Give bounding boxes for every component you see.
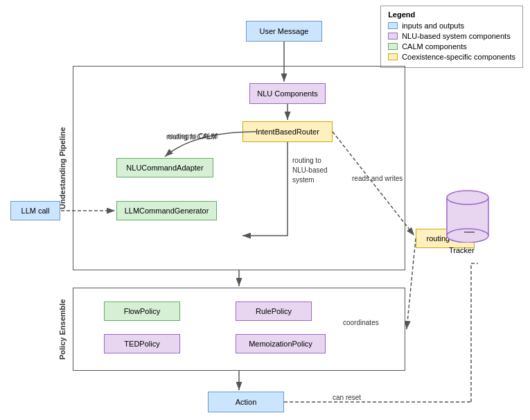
- action-node: Action: [208, 392, 284, 412]
- tracker-label: Tracker: [449, 246, 475, 254]
- legend-item-blue: inputs and outputs: [388, 21, 515, 30]
- diagram-container: Legend inputs and outputs NLU-based syst…: [0, 0, 530, 420]
- routing-to-nlu-label: routing toNLU-basedsystem: [292, 156, 328, 185]
- memoization-policy-node: MemoizationPolicy: [236, 334, 326, 353]
- legend-title: Legend: [388, 10, 515, 19]
- nlu-command-adapter-node: NLUCommandAdapter: [116, 158, 213, 177]
- svg-point-2: [447, 229, 488, 243]
- routing-to-calm-label: routing to CALM: [166, 133, 216, 141]
- legend-label-green: CALM components: [402, 42, 467, 51]
- ted-policy-node: TEDPolicy: [104, 334, 180, 353]
- reads-and-writes-label: reads and writes: [352, 175, 403, 182]
- user-message-node: User Message: [246, 21, 322, 42]
- legend-item-purple: NLU-based system components: [388, 32, 515, 40]
- llm-command-generator-node: LLMCommandGenerator: [116, 201, 217, 220]
- policy-ensemble-label: Policy Ensemble: [58, 288, 67, 370]
- legend-label-purple: NLU-based system components: [402, 32, 511, 40]
- legend-color-blue: [388, 22, 398, 29]
- understanding-pipeline-label: Undestanding Pipeline: [58, 67, 67, 270]
- llm-call-node: LLM call: [10, 201, 60, 220]
- legend-color-purple: [388, 33, 398, 40]
- legend-item-green: CALM components: [388, 42, 515, 51]
- can-reset-label: can reset: [333, 394, 361, 401]
- nlu-components-node: NLU Components: [249, 83, 326, 104]
- legend-color-green: [388, 43, 398, 50]
- rule-policy-node: RulePolicy: [236, 301, 312, 321]
- flow-policy-node: FlowPolicy: [104, 301, 180, 321]
- policy-ensemble-box: Policy Ensemble: [73, 288, 405, 371]
- legend-color-yellow: [388, 53, 398, 60]
- intent-based-router-node: IntentBasedRouter: [242, 121, 333, 142]
- legend-item-yellow: Coexistence-specific components: [388, 53, 515, 61]
- legend-label-yellow: Coexistence-specific components: [402, 53, 515, 61]
- svg-point-1: [447, 191, 488, 204]
- legend: Legend inputs and outputs NLU-based syst…: [380, 6, 523, 68]
- tracker-svg: [443, 187, 492, 243]
- coordinates-label: coordinates: [343, 319, 379, 326]
- legend-label-blue: inputs and outputs: [402, 21, 464, 30]
- svg-line-12: [407, 238, 416, 329]
